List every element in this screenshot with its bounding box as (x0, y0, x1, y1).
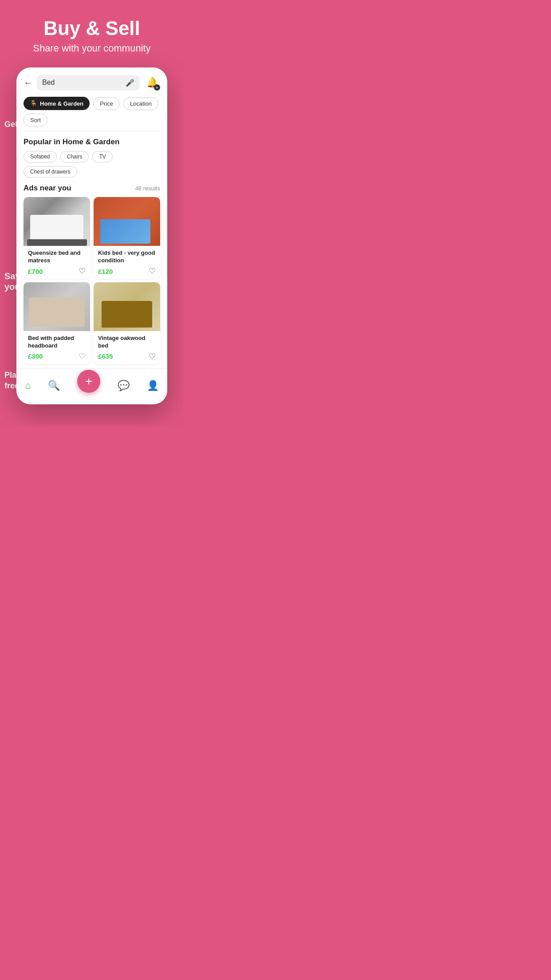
product-price-4: £635 (98, 352, 113, 360)
hero-title: Buy & Sell (43, 18, 140, 39)
heart-button-3[interactable]: ♡ (79, 352, 86, 361)
nav-home-icon[interactable]: ⌂ (25, 380, 31, 391)
popular-chip-tv[interactable]: TV (92, 151, 112, 162)
product-image-kidsbed (94, 197, 160, 246)
chip-location[interactable]: Location (123, 97, 158, 110)
product-card-1[interactable]: Queensize bed and matress £700 ♡ (24, 197, 90, 279)
chip-price[interactable]: Price (93, 97, 120, 110)
product-card-3[interactable]: Bed with padded headboard £300 ♡ (24, 282, 90, 364)
chip-home-garden[interactable]: 🪑 Home & Garden (24, 97, 90, 110)
search-text: Bed (42, 79, 55, 87)
product-title-4: Vintage oakwood bed (98, 335, 156, 350)
fab-add-button[interactable]: + (77, 370, 100, 393)
chip-home-garden-label: Home & Garden (40, 100, 83, 107)
product-grid: Queensize bed and matress £700 ♡ Kids be… (16, 197, 167, 364)
popular-chip-chest[interactable]: Chest of drawers (24, 166, 77, 178)
product-title-1: Queensize bed and matress (28, 249, 86, 265)
product-image-vintage (94, 282, 160, 331)
product-image-padded (24, 282, 90, 331)
heart-button-2[interactable]: ♡ (149, 266, 156, 276)
product-price-1: £700 (28, 268, 43, 275)
product-title-2: Kids bed - very good condition (98, 249, 156, 265)
mic-icon[interactable]: 🎤 (126, 79, 134, 87)
product-image-queensize (24, 197, 90, 246)
fab-plus-icon: + (85, 374, 92, 388)
product-title-3: Bed with padded headboard (28, 335, 86, 350)
filter-row: 🪑 Home & Garden Price Location Sort (16, 94, 167, 131)
ads-title: Ads near you (24, 184, 71, 193)
search-input-container[interactable]: Bed 🎤 (37, 75, 140, 91)
chip-sort[interactable]: Sort (24, 114, 47, 126)
hero-subtitle: Share with your community (33, 43, 150, 54)
heart-button-4[interactable]: ♡ (149, 352, 156, 361)
popular-section-title: Popular in Home & Garden (16, 136, 167, 151)
ads-header: Ads near you 48 results (16, 184, 167, 197)
back-button[interactable]: ← (24, 78, 32, 88)
product-card-2[interactable]: Kids bed - very good condition £120 ♡ (94, 197, 160, 279)
popular-chips: Sofabed Chairs TV Chest of drawers (16, 151, 167, 184)
search-bar: ← Bed 🎤 🔔 + (16, 67, 167, 94)
heart-button-1[interactable]: ♡ (79, 266, 86, 276)
ads-count: 48 results (135, 185, 160, 192)
nav-chat-icon[interactable]: 💬 (118, 380, 130, 391)
phone-mockup: ← Bed 🎤 🔔 + 🪑 Home & Garden Price Locati… (16, 67, 167, 404)
popular-chip-chairs[interactable]: Chairs (60, 151, 89, 162)
home-garden-icon: 🪑 (30, 100, 37, 107)
bell-button[interactable]: 🔔 + (144, 75, 160, 91)
nav-profile-icon[interactable]: 👤 (147, 380, 159, 391)
product-card-4[interactable]: Vintage oakwood bed £635 ♡ (94, 282, 160, 364)
product-price-3: £300 (28, 352, 43, 360)
bottom-nav: ⌂ 🔍 + 💬 👤 (16, 368, 167, 404)
product-price-2: £120 (98, 268, 113, 275)
nav-search-icon[interactable]: 🔍 (48, 380, 60, 391)
bell-plus-icon: + (154, 84, 160, 91)
popular-chip-sofabed[interactable]: Sofabed (24, 151, 57, 162)
